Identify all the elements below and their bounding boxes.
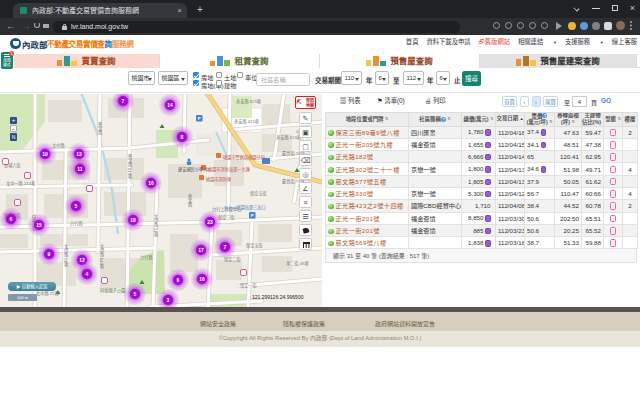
svg-text:P: P (198, 116, 201, 121)
svg-text:P: P (251, 213, 254, 218)
